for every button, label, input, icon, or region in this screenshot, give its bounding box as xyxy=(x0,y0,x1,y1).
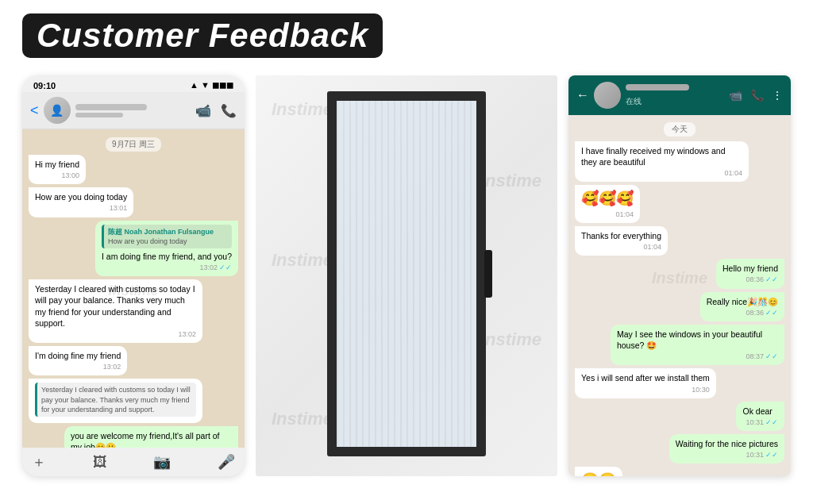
double-check-icon: ✓✓ xyxy=(765,275,778,284)
msg-row: How are you doing today 13:01 xyxy=(29,187,238,217)
msg-bubble: 🥰🥰🥰 01:04 xyxy=(575,185,640,222)
msg-bubble: 陈超 Noah Jonathan Fulsangue How are you d… xyxy=(95,221,238,277)
video-call-icon[interactable]: 📹 xyxy=(195,103,211,118)
msg-row: 😄😄 10:31 xyxy=(575,467,784,476)
wa-contact-info: 在线 xyxy=(626,84,724,107)
msg-text: I am doing fine my friend, and you? xyxy=(102,252,232,261)
back-icon[interactable]: < xyxy=(30,102,39,119)
msg-bubble: I'm doing fine my friend 13:02 xyxy=(29,346,127,375)
msg-emoji: 🥰🥰🥰 xyxy=(581,190,634,206)
msg-row: Yesterday I cleared with customs so toda… xyxy=(29,379,238,422)
msg-row: I'm doing fine my friend 13:02 xyxy=(29,346,238,375)
media-icon[interactable]: 🖼 xyxy=(93,454,107,471)
wa-contact-name xyxy=(626,84,689,90)
watermark: Instime xyxy=(480,329,541,350)
msg-emoji: 😄😄 xyxy=(581,472,616,476)
wa-menu-icon[interactable]: ⋮ xyxy=(772,89,783,102)
quote-text: How are you doing today xyxy=(108,237,228,246)
double-check-icon: ✓✓ xyxy=(765,308,778,317)
msg-text: Really nice🎉🎊😊 xyxy=(707,297,778,306)
avatar: 👤 xyxy=(44,97,71,124)
add-icon[interactable]: ＋ xyxy=(32,452,46,471)
msg-text: Hello my friend xyxy=(722,264,778,273)
content-area: 09:10 ▲ ▼ ◼◼◼ < 👤 📹 📞 9月7日 周三 Hi my frie… xyxy=(22,75,791,488)
msg-text: Hi my friend xyxy=(35,160,79,169)
msg-time: 13:02 xyxy=(179,329,197,339)
msg-time: 01:04 xyxy=(615,210,634,219)
wa-header: ← 在线 📹 📞 ⋮ xyxy=(568,75,791,115)
product-image: Instime Instime Instime Instime Instime xyxy=(256,75,557,476)
msg-text: Yesterday I cleared with customs so toda… xyxy=(35,284,195,328)
msg-time: 10:31 xyxy=(746,417,764,427)
msg-time: 13:01 xyxy=(110,203,128,213)
msg-time: 08:36 xyxy=(746,308,764,317)
watermark: Instime xyxy=(480,171,541,191)
wa-header-icons: 📹 📞 ⋮ xyxy=(729,89,783,102)
double-check-icon: ✓✓ xyxy=(219,263,232,272)
door-handle xyxy=(484,250,492,298)
msg-bubble: Ok dear 10:31 ✓✓ xyxy=(736,402,784,431)
msg-time: 13:02 xyxy=(103,362,121,371)
mic-icon[interactable]: 🎤 xyxy=(218,453,235,471)
msg-row: 陈超 Noah Jonathan Fulsangue How are you d… xyxy=(29,221,238,277)
msg-time: 13:02 xyxy=(199,263,218,272)
msg-time: 10:30 xyxy=(692,385,710,394)
msg-time: 01:04 xyxy=(725,168,743,178)
msg-row: Waiting for the nice pictures 10:31 ✓✓ xyxy=(575,434,784,464)
msg-text: Waiting for the nice pictures xyxy=(676,439,778,448)
msg-bubble: I have finally received my windows and t… xyxy=(575,141,749,182)
status-time: 09:10 xyxy=(33,81,56,90)
status-icons: ▲ ▼ ◼◼◼ xyxy=(190,80,233,90)
msg-text: Thanks for everything xyxy=(581,231,661,240)
double-check-icon: ✓✓ xyxy=(765,417,778,427)
camera-icon[interactable]: 📷 xyxy=(153,453,171,471)
msg-bubble: How are you doing today 13:01 xyxy=(29,187,133,217)
double-check-icon: ✓✓ xyxy=(765,352,778,361)
phone-bottom-bar: ＋ 🖼 📷 🎤 xyxy=(22,448,245,476)
msg-bubble: Hello my friend 08:36 ✓✓ xyxy=(716,259,784,288)
double-check-icon: ✓✓ xyxy=(765,450,778,460)
wa-phone-icon[interactable]: 📞 xyxy=(750,89,764,102)
msg-bubble: Hi my friend 13:00 xyxy=(29,155,86,184)
phone-call-icon[interactable]: 📞 xyxy=(221,103,237,118)
msg-bubble: Thanks for everything 01:04 xyxy=(575,226,668,256)
date-divider: 9月7日 周三 xyxy=(106,137,161,152)
quote-name: 陈超 Noah Jonathan Fulsangue xyxy=(108,227,228,237)
msg-row: I have finally received my windows and t… xyxy=(575,141,784,182)
wa-date: 今天 xyxy=(664,122,695,137)
msg-bubble: Really nice🎉🎊😊 08:36 ✓✓ xyxy=(700,292,784,321)
wa-status: 在线 xyxy=(626,97,642,106)
msg-time: 08:37 xyxy=(746,352,764,361)
chat-body: 9月7日 周三 Hi my friend 13:00 How are you d… xyxy=(22,129,245,451)
msg-bubble: May I see the windows in your beautiful … xyxy=(611,325,784,365)
wa-back-icon[interactable]: ← xyxy=(576,88,589,102)
msg-time: 01:04 xyxy=(643,242,661,252)
watermark: Instime xyxy=(272,409,333,429)
msg-row: 🥰🥰🥰 01:04 xyxy=(575,185,784,222)
chat-action-icons[interactable]: 📹 📞 xyxy=(195,103,237,118)
contact-info xyxy=(75,104,191,117)
msg-row: Really nice🎉🎊😊 08:36 ✓✓ xyxy=(575,292,784,321)
msg-row: Yes i will send after we install them 10… xyxy=(575,368,784,398)
msg-row: Ok dear 10:31 ✓✓ xyxy=(575,402,784,431)
msg-row: Thanks for everything 01:04 xyxy=(575,226,784,256)
msg-bubble: 😄😄 10:31 xyxy=(575,467,622,476)
msg-text: I have finally received my windows and t… xyxy=(581,146,726,167)
watermark: Instime xyxy=(272,99,333,120)
msg-time: 08:36 xyxy=(746,275,764,284)
msg-text: Yes i will send after we install them xyxy=(581,373,710,383)
msg-text: Ok dear xyxy=(742,406,772,416)
msg-text: May I see the windows in your beautiful … xyxy=(617,329,762,350)
wa-video-icon[interactable]: 📹 xyxy=(729,89,742,102)
msg-bubble: Yesterday I cleared with customs so toda… xyxy=(29,279,202,343)
msg-bubble: Waiting for the nice pictures 10:31 ✓✓ xyxy=(669,434,784,464)
door-frame xyxy=(327,91,486,456)
contact-status-placeholder xyxy=(75,113,123,117)
msg-text: I'm doing fine my friend xyxy=(35,351,121,360)
msg-row: Hi my friend 13:00 xyxy=(29,155,238,184)
watermark: Instime xyxy=(272,250,333,271)
contact-name-placeholder xyxy=(75,104,147,110)
chat-header: < 👤 📹 📞 xyxy=(22,92,245,129)
msg-row: Hello my friend 08:36 ✓✓ xyxy=(575,259,784,288)
msg-row: May I see the windows in your beautiful … xyxy=(575,325,784,365)
